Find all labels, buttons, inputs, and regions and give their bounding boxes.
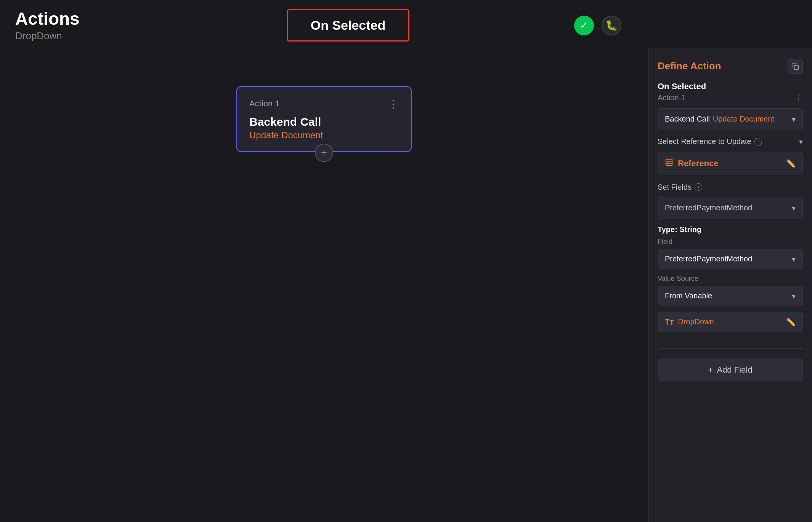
main-content: Action 1 ⋮ Backend Call Update Document …: [0, 48, 812, 522]
type-string-header: Type: String: [658, 225, 803, 234]
type-string-section: Type: String Field PreferredPaymentMetho…: [658, 225, 803, 338]
preferred-payment-label: PreferredPaymentMethod: [665, 203, 752, 212]
on-selected-button[interactable]: On Selected: [287, 9, 410, 42]
panel-action-label-row: Action 1 ⋮: [658, 93, 803, 103]
add-field-button[interactable]: + Add Field: [658, 359, 803, 381]
action-card-title: Backend Call: [249, 115, 399, 128]
preferred-payment-dropdown[interactable]: PreferredPaymentMethod ▾: [658, 197, 803, 219]
svg-rect-1: [666, 159, 672, 165]
from-variable-dropdown[interactable]: From Variable ▾: [658, 286, 803, 306]
action-card: Action 1 ⋮ Backend Call Update Document …: [236, 86, 412, 152]
divider: [658, 348, 803, 349]
reference-edit-icon[interactable]: ✏️: [786, 159, 796, 168]
header-right: ✓ 🐛: [574, 16, 621, 35]
reference-table-icon: [665, 158, 673, 169]
set-fields-row: Set Fields i: [658, 183, 803, 192]
page-subtitle: DropDown: [15, 30, 122, 42]
header-center: On Selected: [122, 9, 574, 42]
backend-call-dropdown[interactable]: Backend Call Update Document ▾: [658, 108, 803, 130]
tt-icon: Tᴛ: [665, 317, 674, 327]
header: Actions DropDown On Selected ✓ 🐛: [0, 0, 812, 48]
bug-icon[interactable]: 🐛: [602, 16, 621, 35]
from-variable-label: From Variable: [665, 291, 712, 300]
field-inner-dropdown[interactable]: PreferredPaymentMethod ▾: [658, 249, 803, 269]
select-ref-label: Select Reference to Update i: [658, 137, 762, 146]
dropdown-variable-label: DropDown: [678, 317, 714, 326]
set-fields-info-icon: i: [695, 183, 702, 191]
select-ref-row: Select Reference to Update i ▾: [658, 137, 803, 146]
value-source-label: Value Source: [658, 275, 803, 283]
preferred-payment-chevron: ▾: [792, 203, 796, 213]
panel-action-label-text: Action 1: [658, 93, 685, 102]
action-card-label: Action 1: [249, 99, 280, 109]
add-field-label: Add Field: [717, 365, 752, 375]
svg-rect-0: [794, 65, 799, 69]
field-label: Field: [658, 238, 803, 246]
set-fields-label: Set Fields: [658, 183, 692, 192]
dropdown-variable-edit-icon[interactable]: ✏️: [786, 317, 796, 327]
field-inner-chevron: ▾: [792, 255, 796, 264]
select-ref-info-icon: i: [754, 138, 762, 146]
action-dots-menu[interactable]: ⋮: [794, 93, 803, 103]
backend-call-label: Backend Call Update Document: [665, 115, 774, 123]
action-card-menu-icon[interactable]: ⋮: [388, 98, 399, 110]
check-icon: ✓: [574, 16, 594, 35]
reference-label: Reference: [678, 159, 718, 168]
from-variable-chevron: ▾: [792, 291, 796, 301]
dropdown-variable-box[interactable]: Tᴛ DropDown ✏️: [658, 312, 803, 332]
add-field-plus-icon: +: [708, 365, 713, 375]
field-inner-label: PreferredPaymentMethod: [665, 255, 752, 263]
action-card-subtitle: Update Document: [249, 130, 399, 141]
action-card-header: Action 1 ⋮: [249, 98, 399, 110]
panel-title: Define Action: [658, 60, 721, 72]
page-title: Actions: [15, 9, 122, 29]
dropdown-box-left: Tᴛ DropDown: [665, 317, 714, 327]
panel-header: Define Action: [658, 59, 803, 74]
panel-copy-icon[interactable]: [788, 59, 803, 74]
add-action-button[interactable]: +: [315, 144, 333, 162]
backend-call-chevron: ▾: [792, 115, 796, 124]
right-panel: Define Action On Selected Action 1 ⋮ Bac…: [648, 48, 812, 522]
canvas-area: Action 1 ⋮ Backend Call Update Document …: [0, 48, 648, 522]
header-left: Actions DropDown: [15, 9, 122, 42]
reference-box[interactable]: Reference ✏️: [658, 152, 803, 175]
select-ref-chevron: ▾: [799, 137, 803, 146]
reference-box-left: Reference: [665, 158, 718, 169]
panel-section-title: On Selected: [658, 82, 803, 91]
